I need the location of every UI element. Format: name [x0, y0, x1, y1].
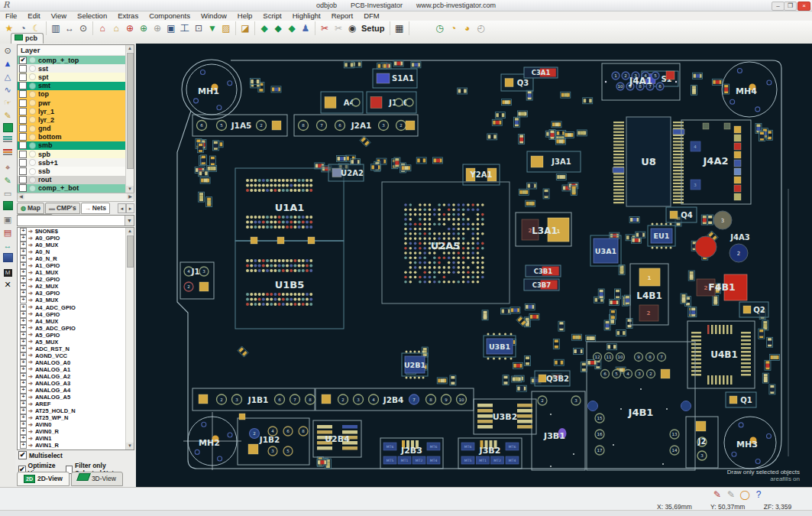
- menu-view[interactable]: View: [46, 11, 72, 21]
- layer-checkbox[interactable]: [19, 167, 27, 175]
- expand-icon[interactable]: +: [20, 435, 27, 442]
- layer-checkbox[interactable]: [19, 184, 27, 192]
- select-arrow-outline-icon[interactable]: △: [2, 71, 14, 83]
- checkbox-icon[interactable]: ✔: [18, 451, 27, 459]
- scroll-thumb[interactable]: [127, 53, 134, 169]
- net-item[interactable]: +➔A1_GPIO: [18, 262, 134, 269]
- expand-icon[interactable]: +: [20, 407, 27, 414]
- menu-file[interactable]: File: [0, 11, 22, 21]
- expand-icon[interactable]: +: [20, 242, 27, 248]
- tab-scroll-arrows[interactable]: ◂▸: [118, 203, 134, 213]
- component-A4[interactable]: A4: [321, 92, 363, 113]
- filter-icon[interactable]: ▼: [206, 22, 218, 34]
- expand-icon[interactable]: +: [20, 262, 27, 269]
- expand-icon[interactable]: +: [20, 352, 27, 359]
- film-strip-icon[interactable]: ▦: [393, 22, 406, 34]
- layer-row-comp_+_bot[interactable]: comp_+_bot: [18, 184, 134, 193]
- menu-edit[interactable]: Edit: [22, 11, 45, 21]
- zoom-tool-icon[interactable]: ⊙: [2, 45, 14, 57]
- layer-checkbox[interactable]: [19, 116, 27, 124]
- one-to-one-icon[interactable]: ▣: [165, 22, 177, 34]
- layer-row-sst[interactable]: sst: [18, 64, 134, 73]
- layer-checkbox[interactable]: [19, 159, 27, 167]
- expand-icon[interactable]: +: [20, 359, 27, 366]
- component-Q4[interactable]: Q4: [666, 207, 697, 222]
- layer-checkbox[interactable]: [19, 82, 27, 89]
- layer-checkbox[interactable]: [19, 99, 27, 107]
- net-item[interactable]: +➔ANALOG_A4: [18, 387, 134, 394]
- close-button[interactable]: ×: [797, 2, 810, 11]
- net-item[interactable]: +➔A3_GPIO: [18, 290, 134, 297]
- matrix-icon[interactable]: M: [2, 266, 14, 277]
- component-J1A6[interactable]: J1A6: [367, 92, 416, 113]
- tab-3d-view[interactable]: 3D-View: [71, 472, 123, 486]
- net-item[interactable]: +➔A3_MUX: [18, 297, 134, 303]
- nets-filter-combo[interactable]: ▼: [17, 215, 134, 226]
- report-doc-icon[interactable]: ▤: [2, 227, 14, 239]
- layer-row-spb[interactable]: spb: [18, 150, 134, 158]
- net-item[interactable]: +➔A0_N_R: [18, 255, 134, 262]
- component-U2A2[interactable]: U2A2: [328, 164, 364, 181]
- clock-yellow1-icon[interactable]: ◔: [448, 22, 460, 34]
- layer-row-top[interactable]: top: [18, 90, 134, 99]
- clock-gray-icon[interactable]: ◴: [475, 22, 487, 34]
- layer-row-gnd[interactable]: gnd: [18, 125, 134, 133]
- component-J3A1[interactable]: J3A1: [527, 151, 581, 172]
- layer-hscrollbar[interactable]: ◀ ▶: [17, 193, 134, 202]
- ibeam-icon[interactable]: 工: [179, 22, 191, 34]
- net-item[interactable]: +➔A5_MUX: [18, 339, 134, 346]
- net-item[interactable]: +➔ANALOG_A3: [18, 380, 134, 387]
- minimize-button[interactable]: –: [772, 2, 785, 11]
- expand-icon[interactable]: +: [20, 414, 27, 421]
- pcb-canvas[interactable]: MH1MH4MH2MH3S1A1A4J1A6Q3C3A1C3B1C3B7S112…: [136, 44, 812, 487]
- layer-row-ssb[interactable]: ssb: [18, 167, 134, 175]
- expand-icon[interactable]: +: [20, 290, 27, 297]
- net-item[interactable]: +➔A0_N: [18, 248, 134, 255]
- net-item[interactable]: +➔AT25_WP_N: [18, 414, 134, 421]
- tab-2d-view[interactable]: 2D2D-View: [17, 472, 70, 486]
- scroll-right-icon[interactable]: ▶: [127, 193, 134, 200]
- menu-highlight[interactable]: Highlight: [287, 11, 326, 21]
- scroll-up-icon[interactable]: ▲: [126, 228, 134, 235]
- zoom-in-red-icon[interactable]: ⊕: [124, 22, 136, 34]
- component-down-icon[interactable]: ◆: [258, 22, 270, 34]
- multiselect-option[interactable]: ✔Multiselect: [17, 451, 134, 459]
- maximize-button[interactable]: ❐: [784, 2, 797, 11]
- net-item[interactable]: +➔ANALOG_A5: [18, 394, 134, 401]
- net-scrollbar[interactable]: ▲ ▼: [125, 228, 134, 449]
- menu-components[interactable]: Components: [144, 11, 196, 21]
- layer-row-smb[interactable]: smb: [18, 141, 134, 150]
- net-item[interactable]: +➔A5_ADC_GPIO: [18, 325, 134, 332]
- draw-circle-icon[interactable]: ◯: [738, 489, 752, 500]
- net-item[interactable]: +➔A0_MUX: [18, 242, 134, 248]
- component-S1A1[interactable]: S1A1: [373, 69, 417, 88]
- expand-icon[interactable]: +: [20, 380, 27, 387]
- save-icon[interactable]: ▥: [50, 22, 62, 34]
- expand-icon[interactable]: +: [20, 401, 27, 407]
- home-outline-icon[interactable]: ⌂: [110, 22, 122, 34]
- net-item[interactable]: +➔AT25_HOLD_N: [18, 407, 134, 414]
- expand-icon[interactable]: +: [20, 228, 27, 235]
- scroll-left-icon[interactable]: ◀: [18, 193, 24, 200]
- net-item[interactable]: +➔ANALOG_A0: [18, 359, 134, 366]
- expand-icon[interactable]: +: [20, 373, 27, 380]
- component-U3A1[interactable]: U3A1: [590, 235, 621, 266]
- cut-gray-icon[interactable]: ✂: [332, 22, 345, 34]
- drill-tool-icon[interactable]: ⌖: [2, 162, 14, 174]
- ruler-icon[interactable]: ▭: [2, 188, 14, 200]
- person-run-icon[interactable]: ♟: [299, 22, 312, 34]
- component-Q3B2[interactable]: Q3B2: [535, 371, 570, 386]
- expand-icon[interactable]: +: [20, 269, 27, 276]
- layer-row-bottom[interactable]: bottom: [18, 133, 134, 141]
- net-item[interactable]: +➔ANALOG_A2: [18, 373, 134, 380]
- net-item[interactable]: +➔A2_GPIO: [18, 276, 134, 283]
- basket-icon[interactable]: ◪: [239, 22, 251, 34]
- component-flat-icon[interactable]: ◆: [286, 22, 298, 34]
- layer-checkbox[interactable]: [19, 108, 27, 115]
- component-Q2[interactable]: Q2: [739, 302, 768, 317]
- component-C3B1[interactable]: C3B1: [526, 265, 561, 277]
- net-item[interactable]: +➔AREF: [18, 401, 134, 407]
- net-item[interactable]: +➔A4_GPIO: [18, 311, 134, 318]
- scroll-down-icon[interactable]: ▼: [126, 443, 134, 449]
- net-item[interactable]: +➔A4_MUX: [18, 318, 134, 325]
